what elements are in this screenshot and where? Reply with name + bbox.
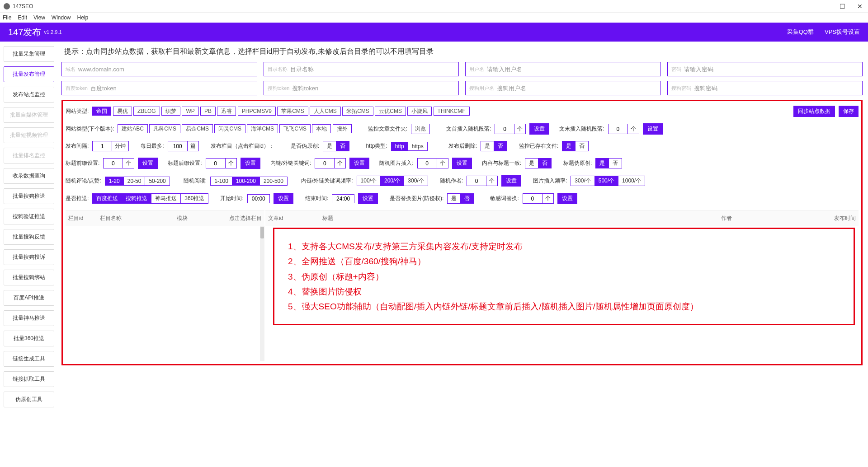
- sidebar-item-11[interactable]: 批量搜狗绑站: [4, 270, 54, 285]
- content-title-opt-1[interactable]: 否: [538, 158, 552, 168]
- sidebar-item-6[interactable]: 收录数据查询: [4, 168, 54, 184]
- rand-img-set[interactable]: 设置: [452, 158, 472, 169]
- maximize-icon[interactable]: ☐: [838, 3, 847, 10]
- site-type-option-9[interactable]: 人人CMS: [310, 107, 341, 116]
- site-type-option-3[interactable]: 织梦: [161, 107, 180, 116]
- site-type-option-12[interactable]: 小旋风: [407, 107, 432, 116]
- site-type-option-4[interactable]: WP: [182, 107, 198, 116]
- save-button[interactable]: 保存: [839, 106, 859, 117]
- credential-r1-input-1[interactable]: [290, 66, 455, 73]
- site-type-option-8[interactable]: 苹果CMS: [277, 107, 308, 116]
- site-type-option-7[interactable]: PHPCMSV9: [238, 107, 276, 116]
- sidebar-item-5[interactable]: 批量排名监控: [4, 148, 54, 163]
- rand-read-opt-2[interactable]: 200-500: [260, 177, 288, 186]
- title-prefix-input[interactable]: [103, 158, 123, 168]
- sidebar-item-15[interactable]: 链接生成工具: [4, 351, 54, 367]
- credential-r2-input-1[interactable]: [292, 85, 455, 92]
- header-link-qq[interactable]: 采集QQ群: [787, 28, 814, 36]
- push-opt-2[interactable]: 神马推送: [151, 193, 181, 204]
- sidebar-item-17[interactable]: 伪原创工具: [4, 392, 54, 407]
- sync-button[interactable]: 同步站点数据: [793, 106, 835, 117]
- replace-img-opt-0[interactable]: 是: [447, 193, 461, 204]
- site-type-option-10[interactable]: 米拓CMS: [342, 107, 373, 116]
- site-type-option-11[interactable]: 云优CMS: [375, 107, 406, 116]
- replace-img-opt-1[interactable]: 否: [461, 193, 474, 204]
- site-type-option-0[interactable]: 帝国: [92, 107, 111, 116]
- sidebar-item-13[interactable]: 批量神马推送: [4, 310, 54, 326]
- sidebar-item-12[interactable]: 百度API推送: [4, 290, 54, 306]
- browse-button[interactable]: 浏览: [411, 124, 430, 134]
- start-time-input[interactable]: [247, 194, 270, 203]
- push-opt-1[interactable]: 搜狗推送: [122, 193, 151, 204]
- push-opt-0[interactable]: 百度推送: [92, 193, 122, 204]
- rand-comment-opt-0[interactable]: 1-20: [105, 177, 124, 186]
- insert-tail-set[interactable]: 设置: [643, 123, 663, 135]
- site-type-next-option-5[interactable]: 飞飞CMS: [279, 124, 311, 133]
- sidebar-item-2[interactable]: 发布站点监控: [4, 87, 54, 103]
- site-type-option-6[interactable]: 迅睿: [217, 107, 236, 116]
- end-time-input[interactable]: [332, 194, 354, 203]
- title-prefix-set[interactable]: 设置: [138, 158, 158, 169]
- menu-view[interactable]: View: [33, 14, 45, 21]
- title-suffix-set[interactable]: 设置: [241, 158, 260, 169]
- interval-input[interactable]: [92, 141, 112, 151]
- daily-max-input[interactable]: [168, 141, 188, 151]
- link-freq-opt-0[interactable]: 100/个: [357, 176, 381, 186]
- mon-exist-opt-0[interactable]: 是: [562, 141, 576, 151]
- sidebar-item-0[interactable]: 批量采集管理: [4, 46, 54, 62]
- site-type-next-option-0[interactable]: 建站ABC: [118, 124, 148, 133]
- start-time-set[interactable]: 设置: [274, 193, 293, 204]
- insert-head-set[interactable]: 设置: [529, 123, 549, 135]
- pseudo-orig-opt-0[interactable]: 是: [323, 141, 336, 151]
- img-freq-opt-0[interactable]: 300/个: [571, 176, 594, 186]
- pseudo-orig-opt-1[interactable]: 否: [336, 141, 349, 151]
- table-left-body[interactable]: [66, 226, 264, 361]
- sensitive-input[interactable]: [523, 193, 542, 204]
- sidebar-item-1[interactable]: 批量发布管理: [4, 66, 54, 82]
- menu-file[interactable]: File: [3, 14, 11, 21]
- link-kw-set[interactable]: 设置: [349, 158, 369, 169]
- rand-comment-opt-2[interactable]: 50-200: [145, 177, 170, 186]
- del-after-opt-0[interactable]: 是: [481, 141, 494, 151]
- link-freq-opt-2[interactable]: 300/个: [404, 176, 428, 186]
- mon-exist-opt-1[interactable]: 否: [576, 141, 589, 151]
- sidebar-item-8[interactable]: 搜狗验证推送: [4, 209, 54, 224]
- rand-read-opt-0[interactable]: 1-100: [210, 177, 232, 186]
- scroll-thumb[interactable]: [260, 227, 264, 238]
- menu-window[interactable]: Window: [52, 14, 71, 21]
- credential-r1-input-2[interactable]: [487, 66, 657, 73]
- rand-img-input[interactable]: [417, 158, 437, 168]
- credential-r2-input-3[interactable]: [694, 85, 859, 92]
- img-freq-opt-1[interactable]: 500/个: [595, 176, 618, 186]
- site-type-option-2[interactable]: ZBLOG: [133, 107, 160, 116]
- site-type-next-option-4[interactable]: 海洋CMS: [247, 124, 278, 133]
- sidebar-item-16[interactable]: 链接抓取工具: [4, 371, 54, 387]
- site-type-option-5[interactable]: PB: [200, 107, 216, 116]
- del-after-opt-1[interactable]: 否: [494, 141, 507, 151]
- site-type-option-13[interactable]: THINKCMF: [434, 107, 470, 116]
- title-pseudo-opt-1[interactable]: 否: [609, 158, 622, 168]
- sidebar-item-4[interactable]: 批量短视频管理: [4, 127, 54, 143]
- sidebar-item-10[interactable]: 批量搜狗投诉: [4, 249, 54, 265]
- insert-head-input[interactable]: [495, 124, 514, 134]
- http-type-opt-0[interactable]: http: [391, 142, 408, 151]
- img-freq-opt-2[interactable]: 1000/个: [618, 176, 645, 186]
- sidebar-item-9[interactable]: 批量搜狗反馈: [4, 229, 54, 245]
- site-type-next-option-6[interactable]: 本地: [312, 124, 331, 133]
- sensitive-set[interactable]: 设置: [557, 193, 577, 204]
- site-type-next-option-2[interactable]: 易企CMS: [182, 124, 213, 133]
- menu-help[interactable]: Help: [77, 14, 89, 21]
- http-type-opt-1[interactable]: https: [408, 142, 428, 151]
- rand-author-set[interactable]: 设置: [501, 175, 521, 187]
- content-title-opt-0[interactable]: 是: [525, 158, 538, 168]
- close-icon[interactable]: ✕: [855, 3, 864, 10]
- credential-r2-input-2[interactable]: [497, 85, 657, 92]
- menu-edit[interactable]: Edit: [18, 14, 27, 21]
- site-type-next-option-7[interactable]: 搜外: [333, 124, 352, 133]
- push-opt-3[interactable]: 360推送: [181, 193, 208, 204]
- end-time-set[interactable]: 设置: [358, 193, 378, 204]
- site-type-option-1[interactable]: 易优: [113, 107, 132, 116]
- rand-comment-opt-1[interactable]: 20-50: [124, 177, 146, 186]
- link-kw-input[interactable]: [315, 158, 335, 168]
- sidebar-item-7[interactable]: 批量搜狗推送: [4, 188, 54, 204]
